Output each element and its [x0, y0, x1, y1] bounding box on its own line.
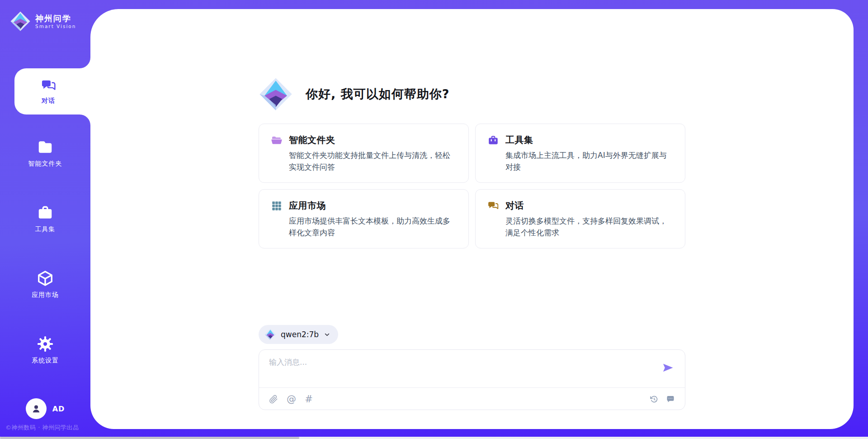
model-selector[interactable]: qwen2:7b: [259, 325, 338, 344]
composer-toolbar: @#: [269, 388, 675, 410]
scrollbar-thumb[interactable]: [0, 437, 299, 439]
greeting-text: 你好, 我可以如何帮助你?: [306, 86, 449, 102]
copyright-text: ©神州数码 · 神州问学出品: [5, 424, 90, 432]
card-title: 智能文件夹: [289, 134, 335, 146]
feature-card-app-market[interactable]: 应用市场应用市场提供丰富长文本模板，助力高效生成多样化文章内容: [259, 189, 469, 248]
briefcase-icon: [37, 204, 54, 221]
assistant-gem-icon: [259, 77, 293, 111]
message-input[interactable]: [269, 357, 631, 383]
folder-icon: [37, 138, 54, 156]
sidebar-item-label: 对话: [42, 97, 55, 105]
sidebar-item-chat[interactable]: 对话: [14, 68, 95, 115]
paperclip-icon[interactable]: [269, 395, 278, 404]
cube-icon: [37, 270, 54, 287]
brand-subtitle: Smart Vision: [35, 24, 76, 29]
folder-open-icon: [271, 134, 283, 146]
sidebar: 神州问学 Smart Vision 对话智能文件夹工具集应用市场系统设置 AD …: [0, 0, 90, 439]
tab-fillet-bottom: [80, 115, 90, 125]
card-title: 对话: [505, 200, 524, 212]
card-description: 智能文件夹功能支持批量文件上传与清洗，轻松实现文件问答: [289, 150, 457, 173]
main-panel: 你好, 我可以如何帮助你? 智能文件夹智能文件夹功能支持批量文件上传与清洗，轻松…: [90, 9, 854, 429]
send-button[interactable]: [662, 362, 674, 374]
toolbar-left-icons: @#: [269, 395, 313, 404]
card-title: 应用市场: [289, 200, 326, 212]
tab-fillet-top: [80, 57, 90, 68]
card-head: 智能文件夹: [271, 134, 457, 146]
chat-icon: [41, 78, 57, 94]
gear-icon: [37, 335, 54, 353]
sidebar-item-label: 智能文件夹: [28, 160, 62, 168]
feature-card-chat[interactable]: 对话灵活切换多模型文件，支持多样回复效果调试，满足个性化需求: [475, 189, 685, 248]
chat-icon: [487, 200, 499, 212]
user-name: AD: [52, 405, 65, 413]
sidebar-item-settings[interactable]: 系统设置: [0, 335, 90, 365]
brand-name: 神州问学: [35, 14, 76, 24]
toolbar-right-icons: [650, 395, 675, 404]
card-description: 集成市场上主流工具，助力AI与外界无缝扩展与对接: [505, 150, 673, 173]
hash-icon[interactable]: #: [304, 395, 313, 404]
card-description: 灵活切换多模型文件，支持多样回复效果调试，满足个性化需求: [505, 215, 673, 239]
model-name: qwen2:7b: [281, 330, 319, 339]
sidebar-item-toolset[interactable]: 工具集: [0, 204, 90, 234]
feature-cards: 智能文件夹智能文件夹功能支持批量文件上传与清洗，轻松实现文件问答工具集集成市场上…: [259, 124, 685, 248]
sidebar-item-label: 系统设置: [32, 357, 59, 365]
avatar: [26, 398, 47, 419]
brand: 神州问学 Smart Vision: [10, 11, 76, 32]
chat-bubble-icon[interactable]: [666, 395, 675, 404]
chat-home-content: 你好, 我可以如何帮助你? 智能文件夹智能文件夹功能支持批量文件上传与清洗，轻松…: [259, 9, 685, 429]
card-head: 工具集: [487, 134, 673, 146]
card-title: 工具集: [505, 134, 533, 146]
message-composer: @#: [259, 349, 685, 410]
at-sign-icon[interactable]: @: [287, 395, 296, 404]
greeting-row: 你好, 我可以如何帮助你?: [259, 77, 449, 111]
card-head: 对话: [487, 200, 673, 212]
grid-icon: [271, 200, 283, 212]
briefcase-icon: [487, 134, 499, 146]
sidebar-item-app-market[interactable]: 应用市场: [0, 270, 90, 299]
sidebar-item-smart-folder[interactable]: 智能文件夹: [0, 138, 90, 168]
sidebar-item-label: 工具集: [35, 225, 56, 234]
card-description: 应用市场提供丰富长文本模板，助力高效生成多样化文章内容: [289, 215, 457, 239]
horizontal-scrollbar: [0, 437, 868, 439]
user-menu[interactable]: AD: [0, 398, 90, 419]
card-head: 应用市场: [271, 200, 457, 212]
sidebar-item-label: 应用市场: [32, 291, 59, 299]
model-gem-icon: [264, 329, 276, 340]
history-icon[interactable]: [650, 395, 659, 404]
chevron-down-icon: [323, 331, 331, 339]
brand-logo-icon: [10, 11, 31, 32]
person-icon: [30, 403, 42, 415]
feature-card-smart-folder[interactable]: 智能文件夹智能文件夹功能支持批量文件上传与清洗，轻松实现文件问答: [259, 124, 469, 183]
feature-card-toolset[interactable]: 工具集集成市场上主流工具，助力AI与外界无缝扩展与对接: [475, 124, 685, 183]
